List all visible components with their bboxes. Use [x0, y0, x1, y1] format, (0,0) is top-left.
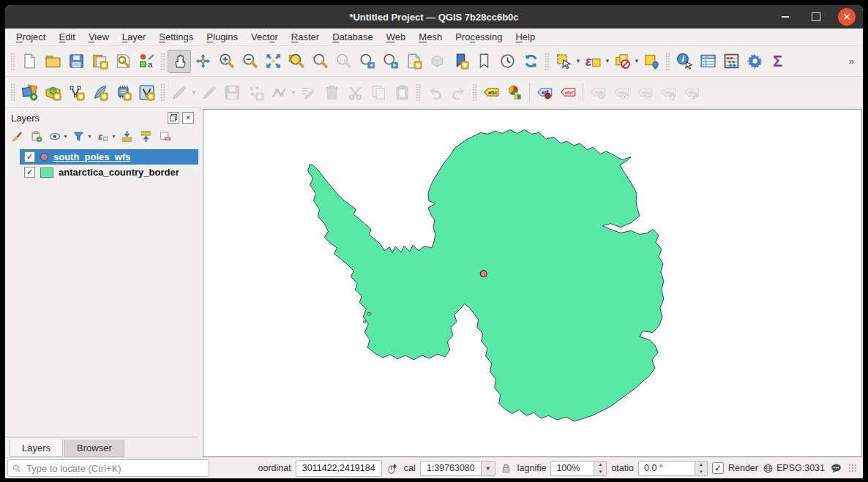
menu-database[interactable]: Database	[326, 30, 380, 44]
zoom-to-selection-button[interactable]	[285, 50, 308, 73]
toolbar-handle[interactable]	[160, 83, 165, 101]
manage-map-themes-dropdown[interactable]: ▼	[63, 134, 68, 139]
menu-project[interactable]: Project	[10, 30, 52, 44]
scale-combo[interactable]: 1:39763080 ▼	[420, 461, 495, 476]
show-layout-manager-button[interactable]	[111, 50, 135, 73]
select-features-dropdown[interactable]: ▼	[575, 50, 581, 72]
menu-raster[interactable]: Raster	[285, 30, 326, 44]
zoom-out-button[interactable]	[238, 50, 261, 73]
locate-bar[interactable]	[7, 459, 209, 477]
new-spatialite-layer-button[interactable]	[88, 80, 111, 104]
manage-map-themes-button[interactable]	[46, 128, 64, 144]
rotation-spinner[interactable]: 0.0 ° ▲▼	[638, 461, 708, 476]
map-canvas[interactable]	[203, 109, 862, 457]
identify-features-button[interactable]: i	[673, 50, 696, 73]
new-spatial-bookmark-button[interactable]	[449, 50, 472, 73]
zoom-in-button[interactable]	[214, 50, 238, 73]
spin-up-icon[interactable]: ▲	[594, 462, 606, 469]
zoom-full-button[interactable]	[261, 50, 285, 73]
menu-plugins[interactable]: Plugins	[200, 30, 244, 44]
expand-all-button[interactable]	[119, 128, 136, 144]
pan-to-selection-button[interactable]	[191, 50, 214, 73]
new-map-view-button[interactable]	[402, 50, 425, 73]
title-bar[interactable]: *Untitled Project — QGIS 7b28cc6b0c ✕	[5, 5, 863, 29]
open-project-button[interactable]	[41, 50, 64, 73]
locate-input[interactable]	[25, 462, 204, 475]
messages-button[interactable]	[829, 462, 842, 475]
filter-legend-button[interactable]	[70, 128, 88, 144]
zoom-next-button[interactable]	[378, 50, 402, 73]
select-features-button[interactable]	[552, 50, 575, 73]
toolbar-handle[interactable]	[472, 83, 477, 101]
toolbar-handle[interactable]	[665, 53, 670, 70]
new-shapefile-layer-button[interactable]	[135, 80, 158, 104]
highlight-pinned-labels-button[interactable]: abc	[556, 80, 580, 104]
new-print-layout-button[interactable]	[88, 50, 111, 73]
open-data-source-manager-button[interactable]	[18, 80, 41, 104]
menu-mesh[interactable]: Mesh	[412, 30, 449, 44]
menu-settings[interactable]: Settings	[152, 30, 200, 44]
toolbar-handle[interactable]	[10, 53, 15, 70]
statistical-summary-button[interactable]	[719, 50, 743, 73]
toolbar-handle[interactable]	[160, 53, 165, 70]
toolbar-handle[interactable]	[545, 53, 550, 70]
processing-toolbox-button[interactable]	[743, 50, 766, 73]
extents-mouse-toggle[interactable]	[386, 462, 400, 475]
menu-vector[interactable]: Vector	[244, 30, 285, 44]
pan-map-button[interactable]	[168, 50, 191, 73]
zoom-to-layer-button[interactable]	[308, 50, 332, 73]
new-project-button[interactable]	[18, 50, 41, 73]
layer-labeling-options-button[interactable]: abc	[479, 80, 503, 104]
layer-item-south_poles_wfs[interactable]: ✓south_poles_wfs	[20, 149, 198, 165]
resize-grip[interactable]	[848, 464, 857, 472]
remove-layer-button[interactable]	[157, 128, 174, 144]
layer-visibility-checkbox[interactable]: ✓	[24, 151, 35, 162]
deselect-features-button[interactable]	[610, 50, 634, 73]
tab-browser[interactable]: Browser	[64, 440, 124, 457]
tab-layers[interactable]: Layers	[10, 440, 63, 457]
toolbar-handle[interactable]	[10, 83, 15, 101]
coordinate-input[interactable]: 3011422,2419184	[296, 460, 382, 477]
collapse-all-button[interactable]	[138, 128, 155, 144]
select-by-expression-button[interactable]: ε	[581, 50, 605, 73]
close-button[interactable]: ✕	[838, 8, 856, 26]
filter-legend-dropdown[interactable]: ▼	[87, 134, 92, 139]
temporal-controller-button[interactable]	[495, 50, 519, 73]
refresh-map-button[interactable]	[519, 50, 542, 73]
menu-web[interactable]: Web	[380, 30, 413, 44]
lock-scale-button[interactable]	[500, 462, 513, 475]
layer-item-antarctica_country_border[interactable]: ✓antarctica_country_border	[20, 165, 198, 180]
menu-layer[interactable]: Layer	[116, 30, 153, 44]
show-spatial-bookmarks-button[interactable]	[472, 50, 495, 73]
new-virtual-layer-button[interactable]	[111, 80, 135, 104]
select-by-expression-dropdown[interactable]: ▼	[605, 50, 610, 72]
new-vector-layer-button[interactable]	[64, 80, 88, 104]
scale-dropdown-button[interactable]: ▼	[481, 461, 495, 476]
toolbar-overflow-button[interactable]: »	[849, 56, 860, 67]
menu-edit[interactable]: Edit	[52, 30, 81, 44]
maximize-button[interactable]	[807, 8, 825, 26]
new-geopackage-layer-button[interactable]	[41, 80, 64, 104]
toolbar-handle[interactable]	[416, 83, 421, 101]
open-attribute-table-button[interactable]	[696, 50, 719, 73]
spin-down-icon[interactable]: ▼	[695, 468, 707, 475]
crs-button[interactable]: EPSG:3031	[763, 463, 825, 474]
show-statistics-button[interactable]: Σ	[766, 50, 790, 73]
open-layer-styling-button[interactable]	[8, 128, 26, 144]
close-panel-button[interactable]: ✕	[182, 112, 194, 124]
menu-processing[interactable]: Processing	[449, 30, 509, 44]
save-project-button[interactable]	[64, 50, 88, 73]
spin-up-icon[interactable]: ▲	[695, 462, 707, 469]
zoom-last-button[interactable]	[355, 50, 378, 73]
spin-down-icon[interactable]: ▼	[594, 468, 606, 475]
filter-by-expression-dropdown[interactable]: ▼	[111, 134, 116, 139]
minimize-button[interactable]	[777, 8, 794, 26]
menu-view[interactable]: View	[82, 30, 116, 44]
filter-by-expression-button[interactable]: ε	[94, 128, 112, 144]
float-panel-button[interactable]	[168, 112, 179, 124]
render-checkbox[interactable]: ✓	[712, 462, 724, 474]
style-manager-button[interactable]: a	[135, 50, 158, 73]
add-group-button[interactable]	[27, 128, 45, 144]
menu-help[interactable]: Help	[509, 30, 542, 44]
magnifier-spinner[interactable]: 100% ▲▼	[550, 461, 607, 476]
